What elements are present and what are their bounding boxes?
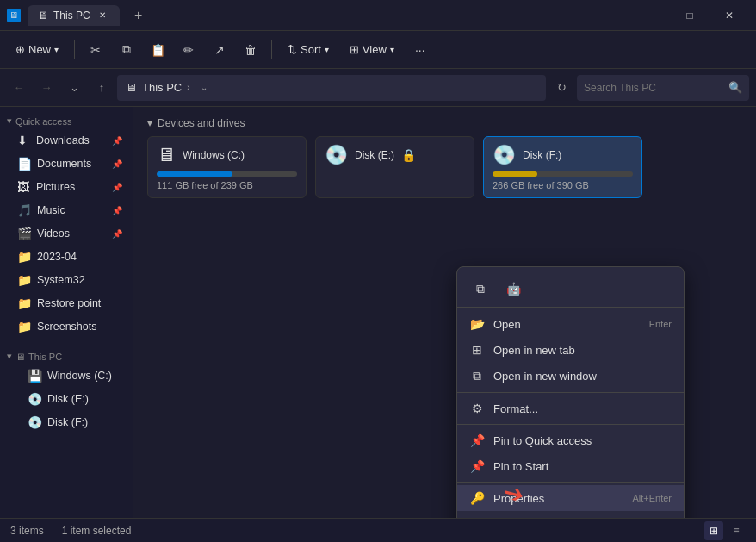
view-icon: ⊞	[350, 43, 359, 56]
pictures-icon: 🖼	[17, 180, 31, 194]
sidebar-2023-label: 2023-04	[37, 251, 77, 263]
sidebar-item-disk-f[interactable]: 💿 Disk (F:)	[3, 411, 129, 433]
up-button[interactable]: ↑	[90, 76, 114, 100]
close-button[interactable]: ✕	[710, 0, 749, 31]
sidebar-item-restore-point[interactable]: 📁 Restore point	[3, 292, 129, 315]
minimize-button[interactable]: ─	[630, 0, 670, 31]
status-bar: 3 items 1 item selected ⊞ ≡	[0, 518, 756, 542]
sidebar-windows-c-label: Windows (C:)	[47, 370, 112, 382]
this-pc-chevron-icon: ▾	[7, 351, 12, 362]
sidebar-screenshots-label: Screenshots	[37, 321, 96, 333]
sidebar-item-windows-c[interactable]: 💾 Windows (C:)	[3, 364, 129, 387]
title-bar: 🖥 🖥 This PC ✕ + ─ □ ✕	[0, 0, 756, 31]
quick-access-section[interactable]: ▾ Quick access	[0, 110, 133, 128]
drive-name-disk-f: Disk (F:)	[523, 149, 561, 161]
ctx-ai-button[interactable]: 🤖	[500, 276, 526, 302]
this-pc-label: This PC	[28, 352, 62, 362]
pc-icon: 🖥	[126, 81, 137, 94]
address-bar: ← → ⌄ ↑ 🖥 This PC › ⌄ ↻ 🔍	[0, 69, 756, 107]
drive-item-disk-e[interactable]: 💿 Disk (E:) 🔒	[315, 136, 474, 198]
tab-title: This PC	[53, 9, 90, 22]
ctx-open-new-tab-item[interactable]: ⊞ Open in new tab	[457, 337, 684, 363]
copy-button[interactable]: ⧉	[113, 36, 140, 64]
toolbar: ⊕ New ▾ ✂ ⧉ 📋 ✏ ↗ 🗑 ⇅ Sort ▾ ⊞ View ▾ ··…	[0, 31, 756, 69]
delete-button[interactable]: 🗑	[237, 36, 264, 64]
section-title: ▾ Devices and drives	[147, 117, 742, 129]
ctx-pin-start-label: Pin to Start	[493, 460, 672, 473]
status-separator	[53, 525, 53, 537]
ctx-open-new-window-item[interactable]: ⧉ Open in new window	[457, 363, 684, 389]
paste-button[interactable]: 📋	[144, 36, 171, 64]
tab-close-button[interactable]: ✕	[96, 9, 109, 22]
drive-icon-disk-f: 💿	[493, 144, 516, 166]
sidebar-item-pictures[interactable]: 🖼 Pictures 📌	[3, 176, 129, 198]
ctx-properties-item[interactable]: 🔑 Properties Alt+Enter	[457, 485, 684, 511]
this-pc-section[interactable]: ▾ 🖥 This PC	[0, 346, 133, 364]
drive-item-disk-f[interactable]: 💿 Disk (F:) 266 GB free of 390 GB	[483, 136, 642, 198]
more-options-button[interactable]: ···	[406, 36, 434, 64]
sidebar-item-videos[interactable]: 🎬 Videos 📌	[3, 222, 129, 245]
sort-chevron-icon: ▾	[325, 45, 329, 54]
window-icon: 🖥	[7, 9, 21, 22]
music-icon: 🎵	[17, 203, 32, 217]
disk-f-icon: 💿	[28, 415, 42, 429]
drive-name-disk-e: Disk (E:)	[355, 149, 394, 161]
new-button[interactable]: ⊕ New ▾	[7, 40, 67, 59]
sort-label: Sort	[301, 43, 321, 56]
status-selected-count: 1 item selected	[62, 525, 132, 537]
ctx-format-item[interactable]: ⚙ Format...	[457, 396, 684, 421]
search-input[interactable]	[584, 82, 723, 94]
lock-icon: 🔒	[401, 148, 416, 162]
status-item-count: 3 items	[10, 525, 44, 537]
down-button[interactable]: ⌄	[62, 76, 86, 100]
address-dropdown-button[interactable]: ⌄	[195, 79, 213, 97]
view-button[interactable]: ⊞ View ▾	[341, 40, 403, 59]
ctx-open-window-label: Open in new window	[493, 370, 672, 383]
address-box[interactable]: 🖥 This PC › ⌄	[117, 75, 546, 101]
pin-icon-videos: 📌	[112, 229, 122, 239]
drives-grid: 🖥 Windows (C:) 111 GB free of 239 GB 💿 D…	[147, 136, 742, 198]
sidebar-item-downloads[interactable]: ⬇ Downloads 📌	[3, 129, 129, 152]
ctx-separator-4	[457, 514, 684, 514]
folder-restore-icon: 📁	[17, 296, 32, 310]
ctx-properties-shortcut: Alt+Enter	[632, 493, 672, 503]
toolbar-separator-2	[271, 40, 272, 59]
sort-button[interactable]: ⇅ Sort ▾	[279, 40, 338, 59]
new-label: New	[28, 43, 51, 56]
list-view-button[interactable]: ≡	[727, 521, 746, 540]
rename-button[interactable]: ✏	[175, 36, 202, 64]
grid-view-button[interactable]: ⊞	[704, 521, 723, 540]
share-button[interactable]: ↗	[206, 36, 233, 64]
forward-button[interactable]: →	[34, 76, 59, 100]
drive-icon-windows-c: 🖥	[157, 144, 176, 166]
ctx-open-window-icon: ⧉	[469, 369, 485, 383]
new-icon: ⊕	[15, 43, 25, 56]
context-menu-header: ⧉ 🤖	[457, 271, 684, 308]
sidebar-item-screenshots[interactable]: 📁 Screenshots	[3, 315, 129, 338]
new-tab-button[interactable]: +	[127, 3, 151, 28]
ctx-pin-start-item[interactable]: 📌 Pin to Start	[457, 453, 684, 479]
search-box: 🔍	[577, 75, 749, 101]
refresh-button[interactable]: ↻	[549, 76, 573, 100]
sidebar-disk-e-label: Disk (E:)	[47, 393, 89, 405]
toolbar-separator-1	[74, 40, 75, 59]
section-title-text: Devices and drives	[158, 117, 245, 129]
documents-icon: 📄	[17, 157, 32, 171]
tab-this-pc[interactable]: 🖥 This PC ✕	[28, 5, 120, 26]
window-controls: ─ □ ✕	[630, 0, 749, 31]
sidebar-item-system32[interactable]: 📁 System32	[3, 269, 129, 291]
sidebar-item-music[interactable]: 🎵 Music 📌	[3, 199, 129, 221]
maximize-button[interactable]: □	[670, 0, 710, 31]
ctx-open-item[interactable]: 📂 Open Enter	[457, 311, 684, 337]
ctx-copy-button[interactable]: ⧉	[468, 276, 493, 302]
drive-item-windows-c[interactable]: 🖥 Windows (C:) 111 GB free of 239 GB	[147, 136, 307, 198]
ctx-properties-icon: 🔑	[469, 491, 485, 505]
cut-button[interactable]: ✂	[82, 36, 109, 64]
ctx-pin-quick-access-item[interactable]: 📌 Pin to Quick access	[457, 427, 684, 453]
sidebar-item-disk-e[interactable]: 💿 Disk (E:)	[3, 388, 129, 410]
sidebar-item-2023-04[interactable]: 📁 2023-04	[3, 246, 129, 268]
ctx-show-more-item[interactable]: ≡ Show more options Shift+F10	[457, 517, 684, 518]
sidebar-item-documents[interactable]: 📄 Documents 📌	[3, 153, 129, 175]
back-button[interactable]: ←	[7, 76, 31, 100]
drive-name-windows-c: Windows (C:)	[183, 149, 245, 161]
